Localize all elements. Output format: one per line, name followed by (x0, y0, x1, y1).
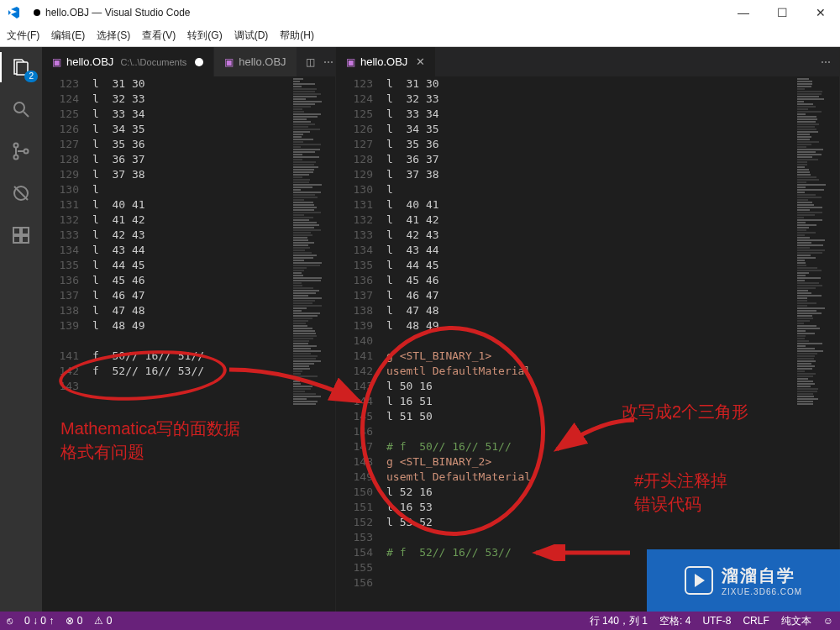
window-close-button[interactable]: ✕ (801, 0, 840, 25)
status-encoding[interactable]: UTF-8 (702, 615, 731, 627)
file-3d-icon: ▣ (346, 56, 355, 68)
status-eol[interactable]: CRLF (743, 615, 769, 627)
tabbar-left: ▣ hello.OBJ C:\..\Documents ▣ hello.OBJ … (42, 47, 335, 76)
close-tab-icon[interactable]: ✕ (416, 55, 425, 68)
svg-rect-5 (13, 228, 20, 234)
window-titlebar: hello.OBJ — Visual Studio Code — ☐ ✕ (0, 0, 840, 25)
activity-bar: 2 (0, 47, 42, 612)
activity-extensions-icon[interactable] (9, 223, 33, 247)
status-feedback-icon[interactable]: ☺ (823, 615, 833, 627)
editor-group-right: ▣ hello.OBJ ✕ ⋯ 123124125126127128129130… (336, 47, 840, 612)
svg-point-1 (14, 144, 18, 148)
tab-right-label: hello.OBJ (360, 55, 407, 68)
activity-explorer-icon[interactable]: 2 (9, 55, 33, 79)
window-maximize-button[interactable]: ☐ (763, 0, 801, 25)
status-warnings[interactable]: ⚠ 0 (94, 615, 112, 627)
vscode-logo-icon (7, 5, 22, 20)
more-actions-icon[interactable]: ⋯ (323, 56, 333, 68)
tab-left-file[interactable]: ▣ hello.OBJ C:\..\Documents (42, 47, 214, 76)
more-actions-icon[interactable]: ⋯ (821, 56, 831, 68)
split-editor-icon[interactable]: ◫ (306, 56, 315, 68)
status-language[interactable]: 纯文本 (781, 614, 811, 628)
menu-edit[interactable]: 编辑(E) (51, 29, 85, 43)
status-spaces[interactable]: 空格: 4 (659, 614, 690, 628)
file-3d-icon: ▣ (224, 56, 234, 68)
explorer-badge: 2 (24, 71, 38, 82)
svg-rect-6 (22, 228, 29, 234)
modified-dot-icon (34, 9, 40, 16)
svg-point-0 (14, 102, 24, 113)
tab-left-file2[interactable]: ▣ hello.OBJ (214, 47, 297, 76)
menu-debug[interactable]: 调试(D) (234, 29, 269, 43)
tab-left-label2: hello.OBJ (239, 55, 286, 68)
status-sync[interactable]: 0 ↓ 0 ↑ (24, 615, 54, 627)
minimap-right[interactable] (797, 78, 827, 453)
menu-go[interactable]: 转到(G) (187, 29, 222, 43)
dirty-indicator-icon (195, 58, 203, 66)
window-minimize-button[interactable]: — (724, 0, 763, 25)
svg-rect-8 (22, 236, 29, 243)
watermark-sub: ZIXUE.3D66.COM (722, 587, 802, 596)
window-title: hello.OBJ — Visual Studio Code (45, 7, 191, 18)
menu-help[interactable]: 帮助(H) (280, 29, 314, 43)
status-errors[interactable]: ⊗ 0 (66, 615, 82, 627)
svg-point-3 (24, 150, 29, 154)
activity-search-icon[interactable] (9, 97, 33, 121)
code-editor-left[interactable]: 1231241251261271281291301311321331341351… (42, 76, 335, 612)
status-cursor[interactable]: 行 140，列 1 (590, 614, 648, 628)
code-editor-right[interactable]: 1231241251261271281291301311321331341351… (336, 76, 839, 612)
watermark: 溜溜自学 ZIXUE.3D66.COM (647, 549, 840, 612)
status-remote-icon[interactable]: ⎋ (7, 615, 13, 627)
svg-point-2 (14, 155, 18, 160)
tab-left-label: hello.OBJ (66, 55, 113, 68)
watermark-title: 溜溜自学 (722, 564, 795, 587)
tab-actions-right: ⋯ (812, 56, 839, 68)
watermark-play-icon (685, 566, 713, 595)
minimap-left[interactable] (293, 78, 323, 453)
tab-actions-left: ◫ ⋯ (297, 56, 342, 68)
app-body: 2 ▣ hello.OBJ C:\..\Documents ▣ hello.OB… (0, 47, 840, 612)
editor-group-left: ▣ hello.OBJ C:\..\Documents ▣ hello.OBJ … (42, 47, 336, 612)
activity-scm-icon[interactable] (9, 139, 33, 163)
menu-file[interactable]: 文件(F) (7, 29, 39, 43)
tabbar-right: ▣ hello.OBJ ✕ ⋯ (336, 47, 839, 76)
tab-left-path: C:\..\Documents (120, 57, 186, 67)
menubar: 文件(F) 编辑(E) 选择(S) 查看(V) 转到(G) 调试(D) 帮助(H… (0, 25, 840, 47)
svg-rect-7 (13, 236, 20, 243)
tab-right-file[interactable]: ▣ hello.OBJ ✕ (336, 47, 436, 76)
menu-selection[interactable]: 选择(S) (97, 29, 130, 43)
menu-view[interactable]: 查看(V) (142, 29, 176, 43)
file-3d-icon: ▣ (52, 56, 61, 68)
statusbar: ⎋ 0 ↓ 0 ↑ ⊗ 0 ⚠ 0 行 140，列 1 空格: 4 UTF-8 … (0, 612, 840, 630)
activity-debug-icon[interactable] (9, 181, 33, 205)
